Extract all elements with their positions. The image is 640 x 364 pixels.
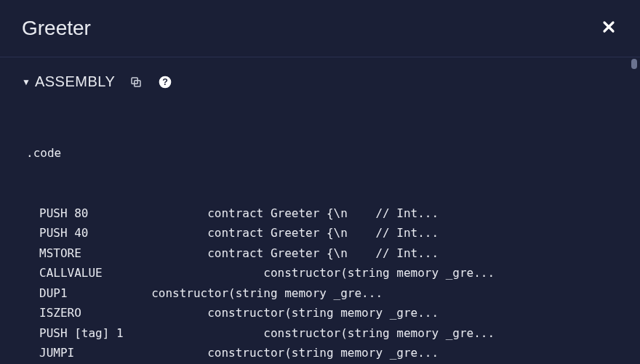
question-icon: ?: [158, 75, 172, 89]
scrollbar[interactable]: [631, 57, 637, 364]
modal-body: ▼ ASSEMBLY ? .code PUSH 80 contract Gree…: [0, 57, 640, 364]
code-line: MSTORE contract Greeter {\n // Int...: [22, 243, 618, 264]
code-line: JUMPI constructor(string memory _gre...: [22, 343, 618, 363]
code-line: ISZERO constructor(string memory _gre...: [22, 303, 618, 323]
code-line: PUSH 80 contract Greeter {\n // Int...: [22, 203, 618, 224]
modal-header: Greeter: [0, 0, 640, 57]
assembly-modal: Greeter ▼ ASSEMBLY ?: [0, 0, 640, 364]
caret-down-icon: ▼: [22, 77, 31, 87]
code-line: PUSH [tag] 1 constructor(string memory _…: [22, 323, 618, 344]
code-line: CALLVALUE constructor(string memory _gre…: [22, 263, 618, 283]
assembly-toggle[interactable]: ▼ ASSEMBLY: [22, 73, 115, 90]
assembly-code-block: .code PUSH 80 contract Greeter {\n // In…: [22, 103, 618, 364]
copy-icon: [129, 76, 143, 89]
close-icon: [602, 20, 615, 33]
help-button[interactable]: ?: [157, 74, 173, 90]
close-button[interactable]: [599, 16, 618, 41]
copy-button[interactable]: [128, 74, 144, 90]
code-line: DUP1 constructor(string memory _gre...: [22, 283, 618, 304]
code-header: .code: [22, 143, 618, 163]
code-line: PUSH 40 contract Greeter {\n // Int...: [22, 223, 618, 243]
section-title: ASSEMBLY: [35, 73, 115, 90]
modal-title: Greeter: [22, 17, 91, 40]
section-header: ▼ ASSEMBLY ?: [22, 73, 618, 90]
svg-text:?: ?: [162, 77, 168, 87]
scrollbar-thumb[interactable]: [631, 59, 637, 69]
